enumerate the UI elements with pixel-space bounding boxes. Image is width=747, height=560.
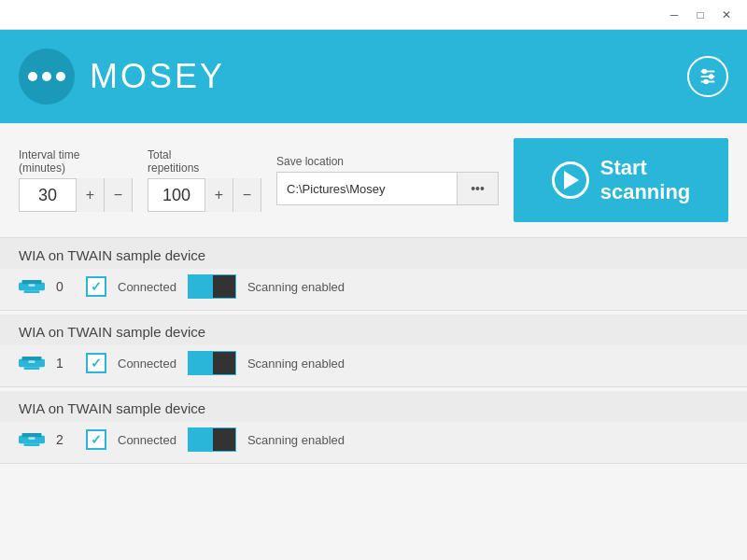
toggle-container-0 (188, 274, 236, 299)
minimize-button[interactable]: ─ (661, 2, 687, 28)
device-name-1: WIA on TWAIN sample device (0, 315, 747, 345)
toggle-track-2[interactable] (188, 427, 236, 452)
repetitions-label: Totalrepetitions (148, 148, 261, 175)
start-scanning-label: Startscanning (600, 156, 691, 205)
save-location-group: Save location ••• (276, 155, 499, 205)
interval-value: 30 (20, 186, 76, 205)
close-button[interactable]: ✕ (713, 2, 740, 28)
toggle-track-0[interactable] (188, 274, 236, 299)
play-icon (552, 161, 589, 199)
connected-checkbox-0: ✓ (86, 276, 106, 297)
interval-increment-button[interactable]: + (76, 178, 104, 212)
connected-label-2: Connected (118, 433, 176, 447)
device-index-1: 1 (56, 356, 75, 371)
logo (19, 49, 75, 105)
repetitions-group: Totalrepetitions 100 + − (148, 148, 261, 213)
svg-rect-15 (22, 433, 42, 437)
repetitions-control: 100 + − (148, 178, 261, 212)
app-header: MOSEY (0, 30, 747, 123)
save-location-label: Save location (276, 155, 499, 168)
svg-rect-12 (24, 367, 40, 370)
svg-rect-8 (24, 290, 40, 293)
repetitions-decrement-button[interactable]: − (233, 178, 261, 212)
connected-checkbox-1: ✓ (86, 353, 106, 373)
settings-button[interactable] (687, 56, 728, 97)
device-row-2: 2 ✓ Connected Scanning enabled (0, 422, 747, 463)
device-section-1: WIA on TWAIN sample device 1 ✓ Connected… (0, 315, 747, 387)
scanner-icon-0 (19, 277, 45, 296)
device-name-0: WIA on TWAIN sample device (0, 238, 747, 269)
device-list: WIA on TWAIN sample device 0 ✓ Connected… (0, 238, 747, 560)
scanning-label-2: Scanning enabled (247, 433, 345, 447)
logo-dots (28, 72, 65, 81)
save-location-row: ••• (276, 172, 499, 205)
svg-rect-13 (29, 360, 35, 363)
save-location-input[interactable] (276, 172, 458, 205)
logo-dot-1 (28, 72, 37, 81)
interval-control: 30 + − (19, 178, 133, 212)
toggle-thumb-1 (213, 352, 235, 374)
interval-label: Interval time(minutes) (19, 148, 133, 175)
scanner-icon-2 (19, 430, 45, 449)
repetitions-increment-button[interactable]: + (204, 178, 233, 212)
interval-decrement-button[interactable]: − (104, 178, 132, 212)
title-bar: ─ □ ✕ (0, 0, 747, 30)
device-row-0: 0 ✓ Connected Scanning enabled (0, 269, 747, 310)
scanner-icon-1 (19, 354, 45, 372)
start-scanning-button[interactable]: Startscanning (514, 138, 728, 222)
toggle-track-1[interactable] (188, 351, 236, 375)
svg-point-4 (710, 75, 713, 78)
device-index-0: 0 (56, 279, 75, 294)
browse-button[interactable]: ••• (458, 172, 499, 205)
connected-checkbox-2: ✓ (86, 429, 106, 450)
device-section-0: WIA on TWAIN sample device 0 ✓ Connected… (0, 238, 747, 311)
connected-label-0: Connected (118, 280, 176, 294)
svg-rect-17 (29, 437, 35, 440)
logo-dot-3 (56, 72, 65, 81)
toggle-container-2 (188, 427, 236, 452)
controls-area: Interval time(minutes) 30 + − Totalrepet… (0, 123, 747, 238)
svg-rect-7 (22, 280, 42, 284)
svg-rect-11 (22, 357, 42, 360)
play-triangle (564, 171, 579, 189)
connected-label-1: Connected (118, 357, 176, 371)
svg-point-3 (703, 70, 707, 74)
settings-icon (698, 66, 718, 87)
interval-group: Interval time(minutes) 30 + − (19, 148, 133, 213)
app-title: MOSEY (90, 57, 225, 96)
maximize-button[interactable]: □ (687, 2, 713, 28)
toggle-thumb-0 (213, 275, 235, 298)
logo-dot-2 (42, 72, 51, 81)
toggle-container-1 (188, 351, 236, 375)
device-index-2: 2 (56, 432, 75, 447)
device-name-2: WIA on TWAIN sample device (0, 391, 747, 422)
svg-rect-9 (29, 284, 35, 287)
device-section-2: WIA on TWAIN sample device 2 ✓ Connected… (0, 391, 747, 464)
device-row-1: 1 ✓ Connected Scanning enabled (0, 345, 747, 386)
scanning-label-0: Scanning enabled (247, 280, 345, 294)
scanning-label-1: Scanning enabled (247, 357, 345, 371)
svg-point-5 (704, 80, 708, 84)
toggle-thumb-2 (213, 428, 235, 451)
repetitions-value: 100 (148, 186, 204, 205)
svg-rect-16 (24, 443, 40, 446)
